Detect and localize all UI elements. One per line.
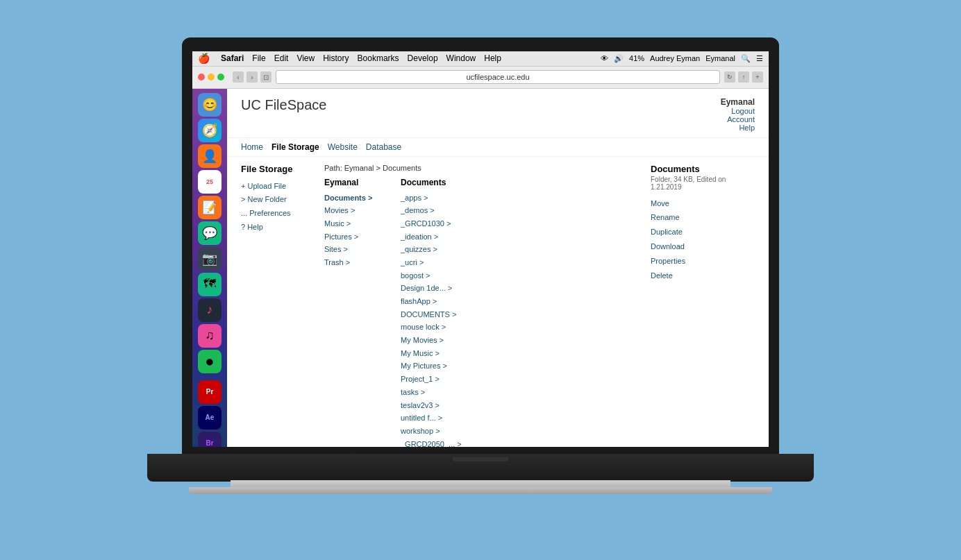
doc-bogost[interactable]: bogost > [401, 269, 484, 282]
doc-demos[interactable]: _demos > [401, 204, 484, 217]
address-bar[interactable]: ucfilespace.uc.edu [276, 70, 720, 84]
eymanal-column: Eymanal Documents > Movies > Music > Pic… [324, 178, 387, 447]
refresh-button[interactable]: ↻ [724, 71, 735, 83]
columns-area: Eymanal Documents > Movies > Music > Pic… [324, 178, 637, 447]
doc-grcd1030[interactable]: _GRCD1030 > [401, 217, 484, 230]
dock-icon-finder[interactable]: 😊 [198, 93, 222, 117]
rename-action[interactable]: Rename [651, 210, 755, 225]
nav-file-storage[interactable]: File Storage [271, 142, 319, 152]
menu-file[interactable]: File [252, 53, 265, 63]
dock-icon-facetime[interactable]: 📷 [198, 247, 222, 271]
doc-mypictures[interactable]: My Pictures > [401, 359, 484, 373]
bookmark-button[interactable]: + [752, 71, 763, 83]
site-nav: Home File Storage Website Database [227, 138, 769, 157]
search-icon[interactable]: 🔍 [741, 54, 751, 63]
duplicate-action[interactable]: Duplicate [651, 225, 755, 239]
doc-workshop[interactable]: workshop > [401, 425, 484, 438]
nav-home[interactable]: Home [241, 142, 263, 152]
doc-mymusic[interactable]: My Music > [401, 347, 484, 360]
dock-icon-itunes[interactable]: ♫ [198, 324, 222, 348]
dock-icon-music[interactable]: ♪ [198, 298, 222, 322]
traffic-lights [198, 74, 224, 80]
mac-dock: 😊 🧭 👤 25 📝 💬 📷 🗺 ♪ ♫ ● Pr Ae Br Ps [192, 89, 227, 447]
account-link[interactable]: Account [727, 115, 755, 124]
menu-window[interactable]: Window [446, 53, 476, 63]
doc-design1de[interactable]: Design 1de... > [401, 282, 484, 295]
eymanal-documents[interactable]: Documents > [324, 192, 387, 205]
doc-apps[interactable]: _apps > [401, 192, 484, 205]
menu-edit[interactable]: Edit [274, 53, 289, 63]
macbook: 🍎 Safari File Edit View History Bookmark… [147, 37, 814, 523]
menu-bookmarks[interactable]: Bookmarks [358, 53, 399, 63]
doc-flashapp[interactable]: flashApp > [401, 295, 484, 308]
dock-icon-maps[interactable]: 🗺 [198, 273, 222, 296]
eymanal-music[interactable]: Music > [324, 217, 387, 230]
menu-bar: 🍎 Safari File Edit View History Bookmark… [192, 51, 769, 67]
nav-database[interactable]: Database [366, 142, 401, 152]
hinge [453, 457, 508, 461]
documents-col-header: Documents [401, 178, 484, 187]
screen-bezel: 🍎 Safari File Edit View History Bookmark… [182, 37, 779, 454]
eymanal-trash[interactable]: Trash > [324, 256, 387, 269]
tab-icon[interactable]: ⊡ [260, 71, 271, 83]
apple-logo-icon[interactable]: 🍎 [198, 53, 210, 64]
eymanal-col-header: Eymanal [324, 178, 387, 187]
download-action[interactable]: Download [651, 239, 755, 254]
eymanal-sites[interactable]: Sites > [324, 243, 387, 256]
doc-ideation[interactable]: _ideation > [401, 230, 484, 244]
doc-mymovies[interactable]: My Movies > [401, 334, 484, 347]
doc-tasks[interactable]: tasks > [401, 386, 484, 399]
dock-icon-aftereffects[interactable]: Ae [198, 406, 222, 430]
left-panel: File Storage + Upload File > New Folder … [241, 164, 310, 447]
screen: 🍎 Safari File Edit View History Bookmark… [192, 51, 769, 447]
doc-mouselock[interactable]: mouse lock > [401, 321, 484, 334]
logout-link[interactable]: Logout [731, 107, 755, 115]
help-link[interactable]: Help [739, 124, 755, 132]
upload-file-link[interactable]: + Upload File [241, 180, 310, 194]
menu-app-name[interactable]: Safari [221, 53, 244, 63]
right-panel-title: Documents [651, 164, 755, 174]
delete-action[interactable]: Delete [651, 269, 755, 283]
documents-column: Documents _apps > _demos > _GRCD1030 > _… [401, 178, 484, 447]
menu-develop[interactable]: Develop [408, 53, 438, 63]
properties-action[interactable]: Properties [651, 254, 755, 269]
preferences-link[interactable]: ... Preferences [241, 207, 310, 221]
nav-website[interactable]: Website [328, 142, 358, 152]
dock-icon-contacts[interactable]: 👤 [198, 144, 222, 168]
back-button[interactable]: ‹ [233, 71, 244, 83]
share-button[interactable]: ↑ [738, 71, 749, 83]
right-panel: Documents Folder, 34 KB, Edited on 1.21.… [651, 164, 755, 447]
user-name-menu[interactable]: Eymanal [705, 54, 735, 62]
menu-help[interactable]: Help [484, 53, 501, 63]
eymanal-pictures[interactable]: Pictures > [324, 230, 387, 244]
dock-icon-messages[interactable]: 💬 [198, 221, 222, 245]
move-action[interactable]: Move [651, 196, 755, 211]
fullscreen-button[interactable] [217, 74, 224, 80]
battery-indicator: 41% [629, 54, 644, 62]
doc-project1[interactable]: Project_1 > [401, 373, 484, 386]
dock-icon-notes[interactable]: 📝 [198, 196, 222, 219]
dock-icon-safari[interactable]: 🧭 [198, 119, 222, 142]
minimize-button[interactable] [208, 74, 215, 80]
close-button[interactable] [198, 74, 205, 80]
forward-button[interactable]: › [246, 71, 258, 83]
list-icon[interactable]: ☰ [756, 54, 763, 63]
menu-view[interactable]: View [296, 53, 315, 63]
dock-icon-spotify[interactable]: ● [198, 350, 222, 373]
dock-icon-bridge[interactable]: Br [198, 432, 222, 447]
help-panel-link[interactable]: ? Help [241, 221, 310, 235]
dock-icon-premiere[interactable]: Pr [198, 380, 222, 404]
eye-icon: 👁 [601, 54, 608, 62]
browser-actions: ↻ ↑ + [724, 71, 763, 83]
menu-history[interactable]: History [323, 53, 349, 63]
doc-grcd2050[interactable]: _GRCD2050_... > [401, 438, 484, 447]
new-folder-link[interactable]: > New Folder [241, 193, 310, 207]
doc-quizzes[interactable]: _quizzes > [401, 243, 484, 256]
doc-documents[interactable]: DOCUMENTS > [401, 308, 484, 321]
doc-ucri[interactable]: _ucri > [401, 256, 484, 269]
site-title: UC FileSpace [241, 97, 326, 113]
eymanal-movies[interactable]: Movies > [324, 204, 387, 217]
dock-icon-calendar[interactable]: 25 [198, 170, 222, 194]
doc-untitledf[interactable]: untitled f... > [401, 411, 484, 425]
doc-teslav2v3[interactable]: teslav2v3 > [401, 399, 484, 412]
